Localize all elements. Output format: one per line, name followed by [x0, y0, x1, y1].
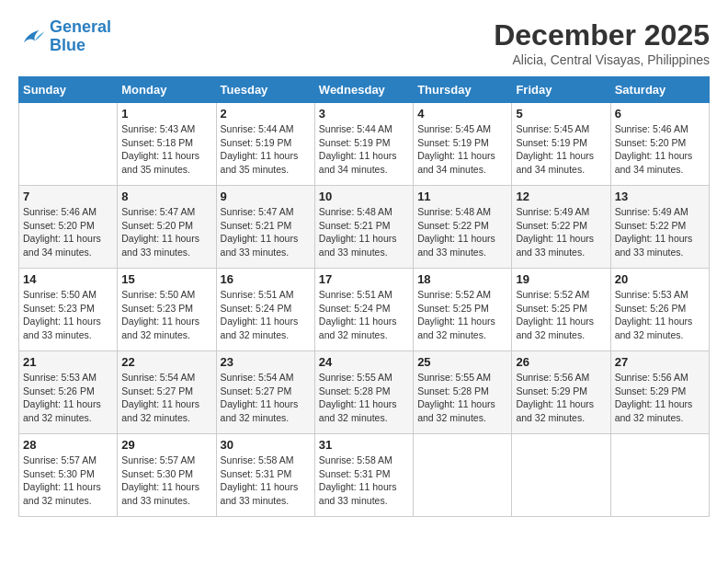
calendar-cell	[512, 434, 610, 517]
calendar-header-row: SundayMondayTuesdayWednesdayThursdayFrid…	[19, 77, 710, 103]
calendar-week-2: 7Sunrise: 5:46 AMSunset: 5:20 PMDaylight…	[19, 186, 710, 269]
day-info: Sunrise: 5:53 AMSunset: 5:26 PMDaylight:…	[615, 288, 705, 342]
day-number: 7	[23, 190, 113, 203]
calendar-cell: 14Sunrise: 5:50 AMSunset: 5:23 PMDayligh…	[19, 269, 118, 351]
calendar-cell: 29Sunrise: 5:57 AMSunset: 5:30 PMDayligh…	[118, 434, 216, 517]
day-info: Sunrise: 5:53 AMSunset: 5:26 PMDaylight:…	[23, 371, 113, 425]
day-number: 2	[221, 107, 311, 121]
day-info: Sunrise: 5:50 AMSunset: 5:23 PMDaylight:…	[121, 288, 211, 342]
calendar-table: SundayMondayTuesdayWednesdayThursdayFrid…	[18, 76, 710, 517]
day-info: Sunrise: 5:46 AMSunset: 5:20 PMDaylight:…	[23, 205, 113, 259]
title-block: December 2025 Alicia, Central Visayas, P…	[494, 18, 710, 67]
calendar-cell: 26Sunrise: 5:56 AMSunset: 5:29 PMDayligh…	[512, 351, 610, 434]
day-number: 4	[417, 107, 507, 121]
day-number: 3	[319, 107, 409, 121]
location-subtitle: Alicia, Central Visayas, Philippines	[494, 52, 710, 67]
calendar-cell: 27Sunrise: 5:56 AMSunset: 5:29 PMDayligh…	[610, 351, 709, 434]
calendar-cell: 28Sunrise: 5:57 AMSunset: 5:30 PMDayligh…	[19, 434, 118, 517]
month-title: December 2025	[494, 18, 710, 52]
day-number: 15	[121, 272, 211, 286]
day-info: Sunrise: 5:56 AMSunset: 5:29 PMDaylight:…	[516, 371, 606, 425]
day-number: 14	[23, 272, 113, 286]
calendar-cell: 17Sunrise: 5:51 AMSunset: 5:24 PMDayligh…	[314, 269, 413, 351]
day-number: 5	[516, 107, 606, 121]
day-number: 26	[516, 355, 606, 369]
header-wednesday: Wednesday	[314, 77, 413, 103]
day-info: Sunrise: 5:55 AMSunset: 5:28 PMDaylight:…	[417, 371, 507, 425]
calendar-cell: 19Sunrise: 5:52 AMSunset: 5:25 PMDayligh…	[512, 269, 610, 351]
calendar-cell: 9Sunrise: 5:47 AMSunset: 5:21 PMDaylight…	[216, 186, 314, 269]
day-number: 17	[319, 272, 409, 286]
calendar-cell	[414, 434, 512, 517]
day-number: 27	[615, 355, 705, 369]
calendar-cell: 15Sunrise: 5:50 AMSunset: 5:23 PMDayligh…	[118, 269, 216, 351]
day-info: Sunrise: 5:48 AMSunset: 5:22 PMDaylight:…	[417, 205, 507, 259]
header-tuesday: Tuesday	[216, 77, 314, 103]
calendar-cell: 30Sunrise: 5:58 AMSunset: 5:31 PMDayligh…	[216, 434, 314, 517]
day-number: 19	[516, 272, 606, 286]
calendar-cell: 16Sunrise: 5:51 AMSunset: 5:24 PMDayligh…	[216, 269, 314, 351]
day-info: Sunrise: 5:54 AMSunset: 5:27 PMDaylight:…	[221, 371, 311, 425]
calendar-cell: 8Sunrise: 5:47 AMSunset: 5:20 PMDaylight…	[118, 186, 216, 269]
day-info: Sunrise: 5:45 AMSunset: 5:19 PMDaylight:…	[417, 122, 507, 177]
day-info: Sunrise: 5:52 AMSunset: 5:25 PMDaylight:…	[417, 288, 507, 342]
calendar-cell: 18Sunrise: 5:52 AMSunset: 5:25 PMDayligh…	[414, 269, 512, 351]
logo-icon	[18, 23, 46, 51]
calendar-cell: 23Sunrise: 5:54 AMSunset: 5:27 PMDayligh…	[216, 351, 314, 434]
day-info: Sunrise: 5:45 AMSunset: 5:19 PMDaylight:…	[516, 122, 606, 177]
day-number: 11	[417, 190, 507, 203]
day-info: Sunrise: 5:44 AMSunset: 5:19 PMDaylight:…	[221, 122, 311, 177]
calendar-cell: 13Sunrise: 5:49 AMSunset: 5:22 PMDayligh…	[610, 186, 709, 269]
calendar-cell: 22Sunrise: 5:54 AMSunset: 5:27 PMDayligh…	[118, 351, 216, 434]
day-number: 23	[221, 355, 311, 369]
day-number: 22	[121, 355, 211, 369]
day-number: 13	[615, 190, 705, 203]
calendar-cell: 3Sunrise: 5:44 AMSunset: 5:19 PMDaylight…	[314, 103, 413, 186]
calendar-cell	[610, 434, 709, 517]
day-number: 12	[516, 190, 606, 203]
logo: General Blue	[18, 18, 111, 55]
calendar-cell: 10Sunrise: 5:48 AMSunset: 5:21 PMDayligh…	[314, 186, 413, 269]
day-number: 31	[319, 438, 409, 452]
calendar-cell: 12Sunrise: 5:49 AMSunset: 5:22 PMDayligh…	[512, 186, 610, 269]
day-info: Sunrise: 5:43 AMSunset: 5:18 PMDaylight:…	[121, 122, 211, 177]
day-info: Sunrise: 5:50 AMSunset: 5:23 PMDaylight:…	[23, 288, 113, 342]
day-number: 29	[121, 438, 211, 452]
calendar-cell: 21Sunrise: 5:53 AMSunset: 5:26 PMDayligh…	[19, 351, 118, 434]
calendar-cell: 11Sunrise: 5:48 AMSunset: 5:22 PMDayligh…	[414, 186, 512, 269]
calendar-week-3: 14Sunrise: 5:50 AMSunset: 5:23 PMDayligh…	[19, 269, 710, 351]
day-info: Sunrise: 5:48 AMSunset: 5:21 PMDaylight:…	[319, 205, 409, 259]
day-number: 24	[319, 355, 409, 369]
day-info: Sunrise: 5:46 AMSunset: 5:20 PMDaylight:…	[615, 122, 705, 177]
day-number: 16	[221, 272, 311, 286]
day-number: 9	[221, 190, 311, 203]
day-number: 18	[417, 272, 507, 286]
calendar-cell: 31Sunrise: 5:58 AMSunset: 5:31 PMDayligh…	[314, 434, 413, 517]
calendar-week-5: 28Sunrise: 5:57 AMSunset: 5:30 PMDayligh…	[19, 434, 710, 517]
day-number: 20	[615, 272, 705, 286]
day-info: Sunrise: 5:51 AMSunset: 5:24 PMDaylight:…	[319, 288, 409, 342]
calendar-cell: 24Sunrise: 5:55 AMSunset: 5:28 PMDayligh…	[314, 351, 413, 434]
page-header: General Blue December 2025 Alicia, Centr…	[18, 18, 710, 67]
day-info: Sunrise: 5:44 AMSunset: 5:19 PMDaylight:…	[319, 122, 409, 177]
day-number: 30	[221, 438, 311, 452]
day-info: Sunrise: 5:51 AMSunset: 5:24 PMDaylight:…	[221, 288, 311, 342]
day-info: Sunrise: 5:54 AMSunset: 5:27 PMDaylight:…	[121, 371, 211, 425]
calendar-cell: 25Sunrise: 5:55 AMSunset: 5:28 PMDayligh…	[414, 351, 512, 434]
calendar-cell: 4Sunrise: 5:45 AMSunset: 5:19 PMDaylight…	[414, 103, 512, 186]
day-info: Sunrise: 5:57 AMSunset: 5:30 PMDaylight:…	[23, 454, 113, 508]
day-number: 6	[615, 107, 705, 121]
calendar-cell: 1Sunrise: 5:43 AMSunset: 5:18 PMDaylight…	[118, 103, 216, 186]
calendar-week-1: 1Sunrise: 5:43 AMSunset: 5:18 PMDaylight…	[19, 103, 710, 186]
calendar-cell: 5Sunrise: 5:45 AMSunset: 5:19 PMDaylight…	[512, 103, 610, 186]
day-number: 1	[121, 107, 211, 121]
calendar-week-4: 21Sunrise: 5:53 AMSunset: 5:26 PMDayligh…	[19, 351, 710, 434]
day-info: Sunrise: 5:58 AMSunset: 5:31 PMDaylight:…	[221, 454, 311, 508]
day-info: Sunrise: 5:56 AMSunset: 5:29 PMDaylight:…	[615, 371, 705, 425]
day-number: 10	[319, 190, 409, 203]
day-number: 21	[23, 355, 113, 369]
day-number: 28	[23, 438, 113, 452]
calendar-cell: 20Sunrise: 5:53 AMSunset: 5:26 PMDayligh…	[610, 269, 709, 351]
day-info: Sunrise: 5:52 AMSunset: 5:25 PMDaylight:…	[516, 288, 606, 342]
header-sunday: Sunday	[19, 77, 118, 103]
